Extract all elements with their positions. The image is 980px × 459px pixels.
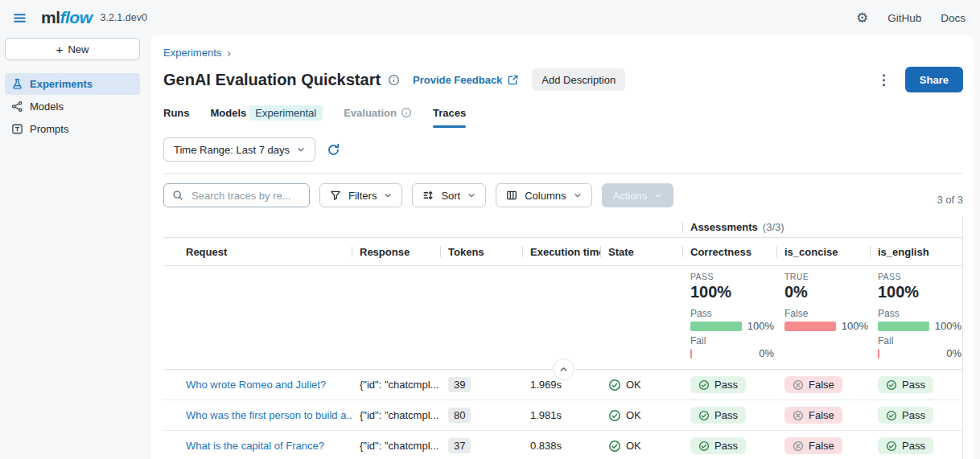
top-navbar: mlflow 3.2.1.dev0 ⚙ GitHub Docs: [0, 0, 980, 35]
main-content: Experiments › GenAI Evaluation Quickstar…: [150, 35, 974, 459]
check-circle-icon: [608, 440, 621, 453]
tokens-cell: 37: [440, 438, 522, 453]
tokens-cell: 39: [440, 377, 522, 392]
x-circle-icon: [793, 379, 804, 391]
execution-time-cell: 1.981s: [522, 409, 600, 421]
response-cell[interactable]: {"id": "chatcmpl...: [352, 379, 440, 391]
execution-time-cell: 0.838s: [522, 440, 600, 452]
column-header-is-english[interactable]: is_english: [870, 246, 962, 258]
state-cell: OK: [600, 379, 682, 391]
refresh-icon[interactable]: [327, 143, 340, 157]
pass-bar: [878, 322, 929, 331]
is-concise-false-badge: False: [784, 437, 842, 454]
tokens-cell: 80: [440, 408, 522, 423]
fail-bar: [878, 349, 879, 359]
external-link-icon: [507, 74, 519, 86]
column-header-execution-time[interactable]: Execution time: [522, 246, 600, 258]
traces-table: Assessments(3/3) Request Response Tokens…: [163, 217, 963, 459]
column-header-tokens[interactable]: Tokens: [440, 246, 522, 258]
title-info-icon[interactable]: [388, 74, 400, 86]
fail-bar: [690, 349, 692, 359]
column-header-is-concise[interactable]: is_concise: [776, 246, 870, 258]
chevron-down-icon: [654, 191, 662, 199]
is-english-pass-badge: Pass: [878, 376, 933, 393]
column-header-state[interactable]: State: [600, 246, 682, 258]
is-english-pass-badge: Pass: [878, 407, 933, 424]
sort-icon: [422, 190, 434, 201]
docs-link[interactable]: Docs: [941, 12, 966, 24]
table-row: Who was the first person to build a... {…: [163, 400, 962, 431]
filters-button[interactable]: Filters: [319, 183, 402, 207]
table-row: What is the capital of France? {"id": "c…: [163, 431, 962, 459]
sidebar-item-models[interactable]: Models: [5, 96, 140, 117]
correctness-pass-badge: Pass: [690, 407, 746, 424]
kebab-menu-icon[interactable]: ⋮: [874, 72, 894, 88]
check-circle-icon: [886, 441, 897, 452]
chevron-up-icon: [559, 365, 568, 374]
chevron-right-icon: ›: [227, 47, 231, 59]
is-concise-false-badge: False: [784, 407, 842, 424]
check-circle-icon: [886, 379, 897, 391]
collapse-summary-button[interactable]: [553, 359, 574, 380]
sidebar-item-experiments[interactable]: Experiments: [5, 73, 140, 95]
assessments-summary-row: PASS 100% Pass 100% Fail 0%: [163, 266, 962, 370]
github-link[interactable]: GitHub: [887, 12, 921, 24]
column-header-correctness[interactable]: Correctness: [682, 246, 776, 258]
actions-button-disabled[interactable]: Actions: [602, 183, 674, 207]
experimental-badge: Experimental: [249, 105, 323, 121]
response-cell[interactable]: {"id": "chatcmpl...: [352, 409, 440, 421]
search-traces-input[interactable]: [190, 189, 301, 203]
column-header-response[interactable]: Response: [352, 246, 440, 258]
version-label: 3.2.1.dev0: [101, 12, 147, 23]
hamburger-menu-icon[interactable]: [10, 8, 30, 28]
response-cell[interactable]: {"id": "chatcmpl...: [352, 440, 440, 452]
breadcrumb-experiments-link[interactable]: Experiments: [163, 47, 221, 59]
tab-evaluation[interactable]: Evaluation: [344, 102, 412, 123]
table-header-row: Request Response Tokens Execution time S…: [163, 238, 962, 266]
check-circle-icon: [608, 409, 621, 422]
share-button[interactable]: Share: [905, 67, 963, 92]
search-traces-input-box[interactable]: [163, 183, 310, 207]
time-range-dropdown[interactable]: Time Range: Last 7 days: [163, 137, 315, 162]
sidebar: + New Experiments Models Prompts: [0, 35, 150, 459]
summary-is-english: PASS 100% Pass 100% Fail 0%: [870, 272, 962, 363]
assessments-group-header: Assessments(3/3): [682, 221, 962, 233]
filter-funnel-icon: [330, 190, 341, 201]
correctness-pass-badge: Pass: [690, 376, 746, 393]
request-link[interactable]: Who was the first person to build a...: [163, 409, 352, 421]
check-circle-icon: [698, 441, 710, 452]
mlflow-logo[interactable]: mlflow: [41, 8, 93, 27]
gear-icon[interactable]: ⚙: [856, 11, 868, 25]
tab-bar: Runs Models Experimental Evaluation Trac…: [163, 102, 963, 123]
new-button[interactable]: + New: [5, 38, 140, 60]
correctness-pass-badge: Pass: [690, 437, 746, 454]
tab-runs[interactable]: Runs: [163, 102, 190, 123]
plus-icon: +: [56, 43, 64, 55]
chevron-down-icon: [467, 191, 476, 199]
chevron-down-icon: [574, 191, 582, 199]
chevron-down-icon: [384, 191, 392, 199]
columns-icon: [506, 190, 517, 201]
sort-button[interactable]: Sort: [412, 183, 486, 207]
result-count: 3 of 3: [937, 194, 963, 207]
request-link[interactable]: What is the capital of France?: [163, 440, 352, 452]
check-circle-icon: [886, 410, 897, 421]
request-link[interactable]: Who wrote Romeo and Juliet?: [163, 379, 352, 391]
page-title: GenAI Evaluation Quickstart: [163, 71, 381, 89]
sidebar-item-prompts[interactable]: Prompts: [5, 118, 140, 140]
is-english-pass-badge: Pass: [878, 437, 933, 454]
tab-traces[interactable]: Traces: [433, 102, 466, 123]
x-circle-icon: [793, 441, 804, 452]
columns-button[interactable]: Columns: [496, 183, 591, 207]
add-description-button[interactable]: Add Description: [532, 68, 625, 91]
sidebar-item-label: Prompts: [30, 123, 68, 135]
provide-feedback-link[interactable]: Provide Feedback: [413, 74, 519, 86]
tab-models[interactable]: Models Experimental: [211, 102, 323, 123]
false-bar: [784, 322, 836, 331]
column-header-request[interactable]: Request: [163, 246, 352, 258]
info-icon: [401, 107, 412, 118]
is-concise-false-badge: False: [784, 376, 842, 393]
chevron-down-icon: [297, 145, 305, 154]
check-circle-icon: [698, 379, 710, 391]
search-icon: [172, 190, 183, 201]
